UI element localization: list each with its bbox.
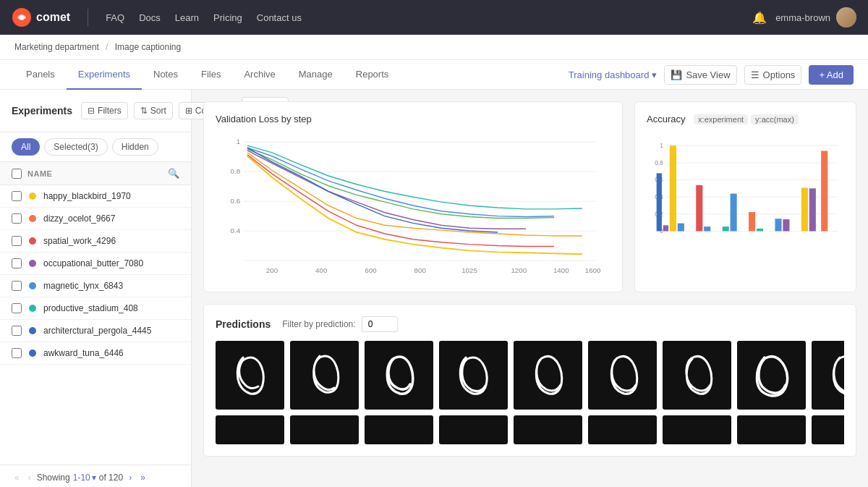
nav-learn[interactable]: Learn [175, 12, 199, 23]
svg-rect-50 [516, 343, 581, 408]
experiment-item[interactable]: happy_blackbird_1970 [0, 185, 191, 208]
filter-all[interactable]: All [12, 138, 40, 156]
sort-button[interactable]: ⇅ Sort [134, 102, 173, 119]
predictions-title: Predictions [216, 318, 271, 330]
svg-rect-35 [723, 226, 729, 231]
select-all-checkbox[interactable] [12, 169, 22, 179]
prediction-image-row2-5 [514, 415, 582, 444]
experiment-item[interactable]: occupational_butter_7080 [0, 253, 191, 275]
svg-rect-43 [821, 151, 827, 231]
prediction-image-3 [365, 341, 433, 410]
predictions-header: Predictions Filter by prediction: [216, 316, 844, 332]
experiment-item[interactable]: magnetic_lynx_6843 [0, 275, 191, 297]
prediction-image-row2-4 [439, 415, 508, 444]
add-label: + Add [819, 69, 843, 80]
options-button[interactable]: ☰ Options [744, 65, 802, 85]
experiment-checkbox[interactable] [12, 236, 22, 246]
page-info: Showing 1-10 ▾ of 120 [37, 473, 123, 483]
breadcrumb-parent[interactable]: Marketing department [14, 42, 99, 52]
experiment-item[interactable]: dizzy_ocelot_9667 [0, 208, 191, 230]
tab-files[interactable]: Files [190, 60, 232, 90]
tab-experiments[interactable]: Experiments [67, 60, 142, 90]
add-button[interactable]: + Add [809, 65, 854, 85]
range-chevron-icon: ▾ [92, 473, 96, 483]
experiment-item[interactable]: productive_stadium_408 [0, 297, 191, 320]
svg-rect-46 [218, 343, 283, 408]
tabs-list: Panels Experiments Notes Files Archive M… [14, 60, 569, 89]
svg-rect-51 [590, 343, 655, 408]
tab-panels[interactable]: Panels [14, 60, 67, 90]
nav-docs[interactable]: Docs [139, 12, 161, 23]
experiment-item[interactable]: spatial_work_4296 [0, 230, 191, 253]
options-icon: ☰ [751, 69, 760, 80]
nav-links: FAQ Docs Learn Pricing Contact us [106, 12, 302, 23]
validation-loss-chart: Validation Loss by step 1 0.8 0.6 0.4 [203, 101, 623, 292]
svg-rect-34 [704, 226, 710, 231]
filter-hidden[interactable]: Hidden [112, 138, 158, 156]
search-icon[interactable]: 🔍 [168, 168, 179, 179]
filters-button[interactable]: ⊟ Filters [81, 102, 128, 119]
experiment-name: architerctural_pergola_4445 [43, 326, 151, 336]
breadcrumb-separator: / [106, 42, 108, 52]
experiment-color-dot [29, 192, 36, 200]
tab-archive[interactable]: Archive [232, 60, 286, 90]
prediction-image-8 [737, 341, 806, 410]
svg-text:0.6: 0.6 [231, 197, 241, 205]
accuracy-svg: 1 0.8 0.6 0.4 0.2 0 [647, 133, 844, 263]
experiments-toolbar: Experiments ⊟ Filters ⇅ Sort ⊞ Columns ⊕… [0, 90, 191, 132]
prediction-image-row2-7 [663, 415, 731, 444]
tabs-right: Training dashboard ▾ 💾 Save View ☰ Optio… [569, 65, 854, 85]
experiment-color-dot [29, 215, 36, 222]
experiment-color-dot [29, 350, 36, 357]
svg-rect-38 [757, 229, 763, 232]
username: emma-brown [775, 12, 830, 23]
filter-selected[interactable]: Selected(3) [44, 138, 107, 156]
tab-manage[interactable]: Manage [287, 60, 344, 90]
last-page-btn[interactable]: » [137, 471, 148, 484]
experiment-checkbox[interactable] [12, 348, 22, 358]
prev-page-btn[interactable]: ‹ [25, 471, 34, 484]
user-info[interactable]: emma-brown [775, 7, 856, 27]
tabs-bar: Panels Experiments Notes Files Archive M… [0, 60, 868, 90]
options-label: Options [763, 69, 796, 80]
svg-rect-47 [292, 343, 357, 408]
bell-icon[interactable]: 🔔 [752, 11, 767, 25]
svg-rect-42 [809, 188, 816, 231]
first-page-btn[interactable]: « [12, 471, 22, 484]
main-content: Experiments ⊟ Filters ⇅ Sort ⊞ Columns ⊕… [0, 90, 868, 487]
save-view-button[interactable]: 💾 Save View [664, 65, 736, 85]
experiment-checkbox[interactable] [12, 213, 22, 224]
nav-contact[interactable]: Contact us [257, 12, 302, 23]
experiment-checkbox[interactable] [12, 326, 22, 336]
range-text: 1-10 [73, 473, 90, 483]
svg-text:1400: 1400 [553, 266, 569, 274]
right-panel: Validation Loss by step 1 0.8 0.6 0.4 [192, 90, 868, 487]
tab-notes[interactable]: Notes [142, 60, 190, 90]
experiment-checkbox[interactable] [12, 281, 22, 291]
svg-text:200: 200 [266, 266, 278, 274]
experiment-color-dot [29, 282, 36, 289]
nav-faq[interactable]: FAQ [106, 12, 124, 23]
experiment-checkbox[interactable] [12, 191, 22, 201]
experiment-item[interactable]: architerctural_pergola_4445 [0, 320, 191, 342]
logo[interactable]: comet [12, 7, 70, 27]
filter-prediction-input[interactable] [362, 316, 398, 332]
experiment-item[interactable]: awkward_tuna_6446 [0, 342, 191, 365]
training-dashboard-btn[interactable]: Training dashboard ▾ [569, 69, 658, 80]
experiment-checkbox[interactable] [12, 258, 22, 268]
page-range[interactable]: 1-10 ▾ [73, 473, 96, 483]
prediction-image-9 [812, 341, 844, 410]
tab-reports[interactable]: Reports [344, 60, 401, 90]
experiment-color-dot [29, 327, 36, 334]
predictions-images-row1 [216, 341, 844, 410]
nav-pricing[interactable]: Pricing [213, 12, 242, 23]
next-page-btn[interactable]: › [126, 471, 135, 484]
svg-text:1: 1 [660, 143, 663, 149]
validation-chart-svg: 1 0.8 0.6 0.4 200 400 600 800 1025 1200 … [216, 133, 610, 280]
accuracy-title-text: Accuracy [647, 114, 685, 124]
svg-text:0.4: 0.4 [231, 226, 241, 234]
svg-rect-52 [665, 343, 730, 408]
experiment-checkbox[interactable] [12, 303, 22, 313]
chevron-down-icon: ▾ [652, 69, 657, 80]
prediction-image-1 [216, 341, 284, 410]
